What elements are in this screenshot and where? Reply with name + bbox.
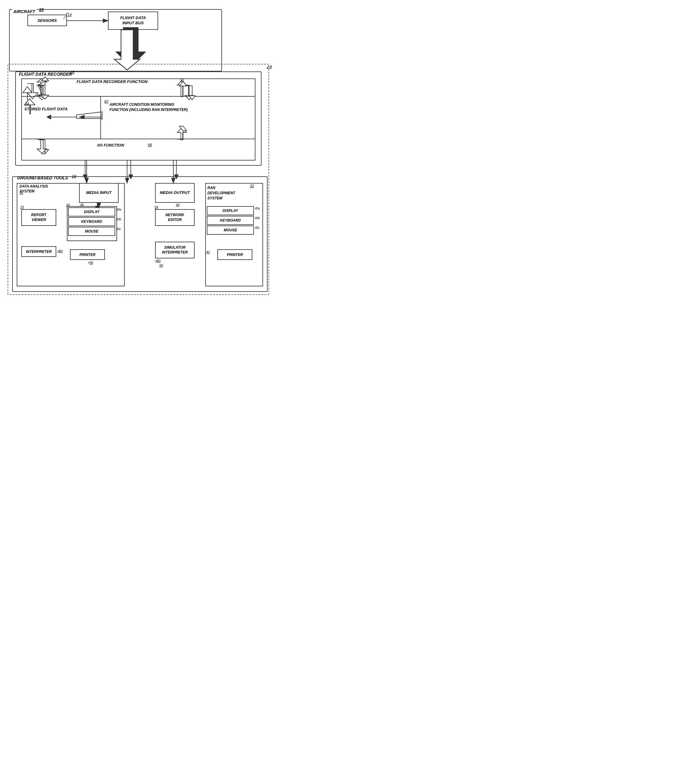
- interpreter-num-val: 60: [59, 249, 62, 253]
- ran-keyboard-box: KEYBOARD: [207, 216, 254, 225]
- report-viewer-label: REPORTVIEWER: [31, 213, 47, 222]
- svg-marker-2: [23, 87, 32, 100]
- ran-keyboard-label: KEYBOARD: [220, 218, 241, 223]
- media-output-box: MEDIA OUTPUT: [155, 183, 195, 203]
- sensors-box: SENSORS: [27, 15, 67, 26]
- das-mouse-box: MOUSE: [68, 227, 115, 236]
- das-keyboard-box: KEYBOARD: [68, 217, 115, 226]
- ground-label: GROUND-BASED TOOLS: [17, 175, 68, 180]
- svg-marker-3: [24, 99, 35, 114]
- svg-marker-1: [27, 84, 38, 99]
- das-label: DATA ANALYSISSYSTEM: [19, 184, 48, 194]
- fdr-arrows-svg: [21, 84, 106, 144]
- das-keyboard-label: KEYBOARD: [81, 220, 102, 224]
- das-printer-label: PRINTER: [80, 253, 95, 257]
- das-printer-num: 36: [89, 261, 93, 264]
- ran-num: 32: [250, 184, 254, 188]
- das-num: 30: [19, 191, 23, 195]
- ran-mouse-label: MOUSE: [223, 228, 237, 232]
- fdi-bus-box: FLIGHT DATAINPUT BUS: [108, 12, 158, 30]
- ran-display-label: DISPLAY: [223, 209, 238, 213]
- diagram: AIRCRAFT 10 SENSORS ↙ 14 FLIGHT DATAINPU…: [6, 6, 274, 298]
- das-mouse-num: 34c: [116, 227, 121, 231]
- acmf-label: AIRCRAFT CONDITION MONITORINGFUNCTION (I…: [109, 102, 216, 112]
- ran-display-box: DISPLAY: [207, 206, 254, 215]
- aircraft-label: AIRCRAFT: [12, 9, 36, 14]
- das-devices-num: 34: [66, 203, 70, 207]
- media-output-label: MEDIA OUTPUT: [160, 190, 190, 195]
- das-printer-box: PRINTER: [70, 249, 105, 260]
- das-keyboard-num: 34b: [116, 218, 121, 221]
- das-mouse-label: MOUSE: [85, 229, 98, 234]
- interpreter-label: INTERPRETER: [26, 250, 52, 254]
- svg-marker-0: [116, 27, 146, 67]
- fdr-function-num: 11: [180, 78, 184, 83]
- ran-printer-label: PRINTER: [227, 253, 243, 257]
- sensors-label: SENSORS: [38, 18, 57, 23]
- ran-mouse-num: 40c: [255, 226, 260, 229]
- network-editor-box: NETWORKEDITOR: [155, 209, 195, 226]
- ran-printer-num: 42: [206, 250, 210, 254]
- sim-num-val: 80: [157, 259, 161, 263]
- ran-mouse-box: MOUSE: [207, 226, 254, 235]
- network-editor-num: 54: [155, 205, 158, 209]
- ran-display-num: 40a: [255, 207, 260, 210]
- sim-num2: 58: [159, 264, 163, 267]
- sim-interpreter-label: SIMULATORINTERPRETER: [162, 245, 188, 255]
- system-num: ↙8: [266, 64, 272, 69]
- ran-keyboard-num: 40b: [255, 217, 260, 220]
- network-editor-label: NETWORKEDITOR: [166, 213, 184, 222]
- ran-label: RANDEVELOPMENTSYSTEM: [207, 186, 235, 201]
- media-input-box: MEDIA INPUT: [79, 183, 119, 203]
- ran-label-text: RANDEVELOPMENTSYSTEM: [207, 186, 235, 200]
- ran-printer-box: PRINTER: [217, 249, 252, 260]
- media-output-num: 44: [176, 203, 180, 207]
- fdr-num: 28: [70, 70, 74, 75]
- report-viewer-box: REPORTVIEWER: [21, 209, 56, 226]
- das-display-box: DISPLAY: [68, 208, 115, 217]
- sim-interpreter-box: SIMULATORINTERPRETER: [155, 242, 195, 258]
- sensors-num: 14: [67, 13, 72, 17]
- fdi-arrow-svg: [112, 27, 149, 70]
- report-viewer-num: 74: [20, 205, 24, 209]
- interpreter-box: INTERPRETER: [21, 246, 56, 257]
- fdr-label: FLIGHT DATA RECORDER: [19, 72, 72, 76]
- ground-num: 18: [72, 174, 76, 178]
- fdr-function-label: FLIGHT DATA RECORDER FUNCTION: [77, 80, 147, 84]
- das-display-num: 34a: [116, 208, 121, 211]
- media-input-label: MEDIA INPUT: [86, 190, 112, 195]
- fdi-bus-label: FLIGHT DATAINPUT BUS: [120, 16, 146, 26]
- acmf-text: AIRCRAFT CONDITION MONITORINGFUNCTION (I…: [109, 103, 188, 112]
- aircraft-num: 10: [39, 7, 44, 12]
- das-display-label: DISPLAY: [84, 210, 100, 214]
- io-num: 68: [148, 143, 152, 147]
